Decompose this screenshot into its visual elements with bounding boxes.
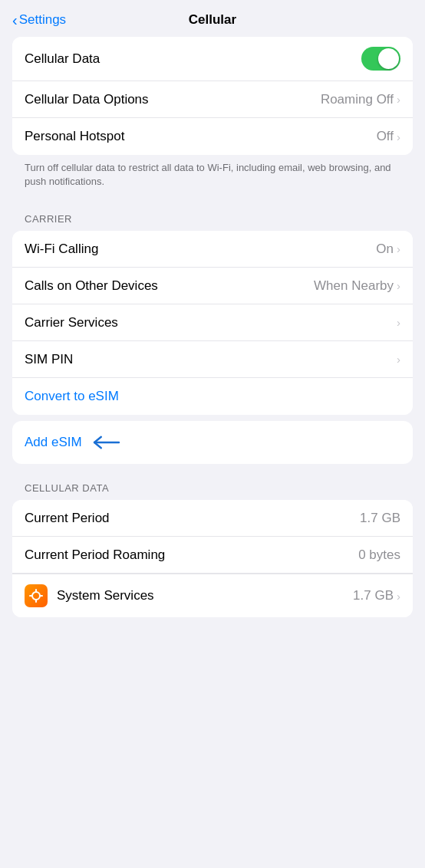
calls-other-devices-value: When Nearby <box>314 278 394 294</box>
current-period-roaming-row[interactable]: Current Period Roaming 0 bytes <box>12 537 413 574</box>
personal-hotspot-right: Off › <box>377 129 400 144</box>
convert-esim-row[interactable]: Convert to eSIM <box>12 378 413 415</box>
cellular-data-label: Cellular Data <box>25 51 100 67</box>
cellular-data-row[interactable]: Cellular Data <box>12 37 413 81</box>
personal-hotspot-label: Personal Hotspot <box>25 129 124 144</box>
toggle-knob <box>378 48 399 69</box>
carrier-services-label: Carrier Services <box>25 315 118 330</box>
cellular-data-options-right: Roaming Off › <box>321 92 400 107</box>
current-period-roaming-label: Current Period Roaming <box>25 547 165 563</box>
system-services-row[interactable]: System Services 1.7 GB › <box>12 574 413 617</box>
chevron-icon: › <box>397 590 400 603</box>
chevron-icon: › <box>397 130 400 143</box>
chevron-icon: › <box>397 93 400 106</box>
calls-other-devices-label: Calls on Other Devices <box>25 278 158 294</box>
current-period-value: 1.7 GB <box>360 511 400 526</box>
sim-pin-row[interactable]: SIM PIN › <box>12 341 413 378</box>
chevron-icon: › <box>397 242 400 255</box>
current-period-roaming-right: 0 bytes <box>358 547 400 563</box>
wifi-calling-value: On <box>376 242 394 257</box>
back-chevron-icon: ‹ <box>12 12 18 29</box>
cellular-data-options-row[interactable]: Cellular Data Options Roaming Off › <box>12 81 413 118</box>
convert-esim-label: Convert to eSIM <box>25 389 119 404</box>
carrier-section-label: CARRIER <box>12 213 413 231</box>
chevron-icon: › <box>397 279 400 292</box>
back-label: Settings <box>19 12 66 28</box>
system-services-label: System Services <box>57 588 353 603</box>
carrier-card: Wi-Fi Calling On › Calls on Other Device… <box>12 231 413 415</box>
current-period-row[interactable]: Current Period 1.7 GB <box>12 500 413 537</box>
cellular-data-options-label: Cellular Data Options <box>25 92 149 107</box>
personal-hotspot-row[interactable]: Personal Hotspot Off › <box>12 118 413 155</box>
header: ‹ Settings Cellular <box>0 0 425 37</box>
system-services-right: 1.7 GB › <box>353 588 400 603</box>
sim-pin-right: › <box>394 353 400 366</box>
main-card: Cellular Data Cellular Data Options Roam… <box>12 37 413 155</box>
system-services-value: 1.7 GB <box>353 588 394 603</box>
carrier-services-row[interactable]: Carrier Services › <box>12 304 413 341</box>
arrow-icon <box>91 434 122 451</box>
cellular-data-section: CELLULAR DATA Current Period 1.7 GB Curr… <box>12 470 413 617</box>
cellular-data-toggle[interactable] <box>361 47 400 71</box>
cellular-data-section-label: CELLULAR DATA <box>12 470 413 500</box>
wifi-calling-right: On › <box>376 242 400 257</box>
add-esim-label: Add eSIM <box>25 435 82 450</box>
chevron-icon: › <box>397 316 400 329</box>
add-esim-card[interactable]: Add eSIM <box>12 421 413 464</box>
current-period-label: Current Period <box>25 511 110 526</box>
current-period-right: 1.7 GB <box>360 511 400 526</box>
calls-other-devices-row[interactable]: Calls on Other Devices When Nearby › <box>12 268 413 304</box>
current-period-roaming-value: 0 bytes <box>358 547 400 563</box>
cellular-data-card: Current Period 1.7 GB Current Period Roa… <box>12 500 413 617</box>
carrier-services-right: › <box>394 316 400 329</box>
carrier-section: CARRIER Wi-Fi Calling On › Calls on Othe… <box>12 213 413 415</box>
calls-other-devices-right: When Nearby › <box>314 278 400 294</box>
cellular-data-description: Turn off cellular data to restrict all d… <box>12 155 413 201</box>
wifi-calling-label: Wi-Fi Calling <box>25 242 98 257</box>
wifi-calling-row[interactable]: Wi-Fi Calling On › <box>12 231 413 268</box>
main-section: Cellular Data Cellular Data Options Roam… <box>12 37 413 201</box>
sim-pin-label: SIM PIN <box>25 352 73 367</box>
back-button[interactable]: ‹ Settings <box>12 12 66 29</box>
chevron-icon: › <box>397 353 400 366</box>
personal-hotspot-value: Off <box>377 129 394 144</box>
add-esim-row[interactable]: Add eSIM <box>12 421 413 464</box>
system-services-icon <box>25 584 48 607</box>
cellular-data-options-value: Roaming Off <box>321 92 394 107</box>
page-title: Cellular <box>189 12 236 28</box>
svg-point-1 <box>32 592 40 600</box>
